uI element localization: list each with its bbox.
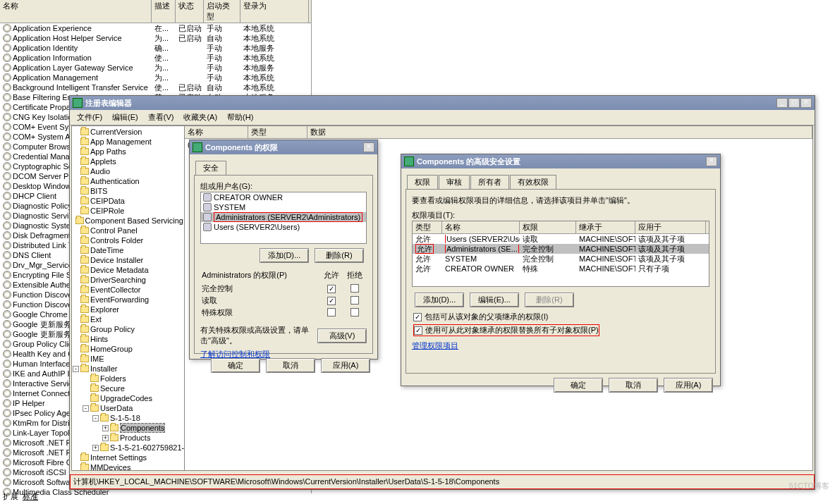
manage-perm-link[interactable]: 管理权限项目 [412, 341, 458, 350]
tree-node[interactable]: -S-1-5-18 [73, 413, 183, 423]
tree-node[interactable]: EventForwarding [73, 295, 183, 305]
registry-tree[interactable]: CurrentVersionApp ManagementApp PathsApp… [72, 126, 185, 470]
tree-node[interactable]: Component Based Servicing [73, 216, 183, 226]
tree-node[interactable]: -UserData [73, 403, 183, 413]
menu-help[interactable]: 帮助(H) [223, 111, 257, 123]
perm-entry-row[interactable]: 允许CREATOR OWNER特殊MACHINE\SOFTWA...只有子项 [413, 264, 709, 273]
adv-apply-button[interactable]: 应用(A) [664, 378, 713, 393]
tree-node[interactable]: CEIPRole [73, 206, 183, 216]
tree-node[interactable]: UpgradeCodes [73, 393, 183, 403]
remove-button[interactable]: 删除(R) [315, 248, 364, 263]
tree-node[interactable]: Folders [73, 374, 183, 383]
services-header-start[interactable]: 启动类型 [204, 0, 240, 23]
adv-ok-button[interactable]: 确定 [554, 378, 603, 393]
minimize-button[interactable]: _ [776, 98, 788, 108]
tree-node[interactable]: +S-1-5-21-602759821-36 [73, 443, 183, 453]
user-item[interactable]: CREATOR OWNER [201, 192, 366, 202]
menu-view[interactable]: 查看(V) [144, 111, 178, 123]
tree-node[interactable]: Applets [73, 156, 183, 166]
user-item[interactable]: Users (SERVER2\Users) [201, 222, 366, 232]
tree-node[interactable]: MMDevices [73, 462, 183, 470]
tree-node[interactable]: Device Metadata [73, 265, 183, 275]
tab-standard[interactable]: 标准 [23, 491, 38, 502]
tree-node[interactable]: Explorer [73, 305, 183, 314]
menu-fav[interactable]: 收藏夹(A) [179, 111, 221, 123]
close-button[interactable]: × [800, 98, 812, 108]
perm-entry-row[interactable]: 允许Users (SERVER2\Users)读取MACHINE\SOFTWA.… [413, 234, 709, 244]
add-button[interactable]: 添加(D)... [260, 248, 309, 263]
adv-cancel-button[interactable]: 取消 [609, 378, 658, 393]
rv-header-type[interactable]: 类型 [248, 126, 307, 138]
tree-node[interactable]: BITS [73, 186, 183, 196]
service-row[interactable]: Background Intelligent Transfer Service使… [0, 82, 311, 92]
adv-add-button[interactable]: 添加(D)... [415, 293, 464, 307]
tree-node[interactable]: CurrentVersion [73, 127, 183, 137]
advsec-close-button[interactable]: × [706, 156, 717, 166]
service-row[interactable]: Application Host Helper Service为...已启动自动… [0, 33, 311, 43]
service-row[interactable]: Application Identity确...手动本地服务 [0, 43, 311, 53]
service-row[interactable]: Application Management为...手动本地系统 [0, 73, 311, 82]
deny-checkbox[interactable] [351, 284, 359, 293]
tree-node[interactable]: HomeGroup [73, 344, 183, 354]
tree-node[interactable]: Internet Settings [73, 453, 183, 462]
tree-node[interactable]: CEIPData [73, 196, 183, 206]
permissions-close-button[interactable]: × [363, 142, 374, 152]
service-row[interactable]: Application Information使...手动本地系统 [0, 53, 311, 63]
tree-node[interactable]: Hints [73, 334, 183, 344]
menu-file[interactable]: 文件(F) [73, 111, 106, 123]
allow-checkbox[interactable]: ✓ [327, 297, 336, 305]
tree-node[interactable]: Group Policy [73, 324, 183, 334]
tree-node[interactable]: App Paths [73, 147, 183, 156]
lvh-apply[interactable]: 应用于 [635, 221, 706, 233]
tab-permissions[interactable]: 权限 [407, 175, 438, 189]
tree-node[interactable]: Audio [73, 166, 183, 176]
perm-entry-row[interactable]: 允许SYSTEM完全控制MACHINE\SOFTWA...该项及其子项 [413, 254, 709, 264]
rv-header-name[interactable]: 名称 [185, 126, 248, 138]
replace-checkbox[interactable]: ✓ [414, 326, 422, 335]
learn-acl-link[interactable]: 了解访问控制和权限 [200, 350, 270, 358]
tree-node[interactable]: Device Installer [73, 255, 183, 265]
tab-extended[interactable]: 扩展 [3, 491, 18, 502]
perm-ok-button[interactable]: 确定 [211, 358, 260, 373]
services-header-logon[interactable]: 登录为 [240, 0, 309, 23]
inherit-checkbox[interactable]: ✓ [413, 313, 422, 321]
tree-node[interactable]: +Components [73, 423, 183, 433]
tree-node[interactable]: IME [73, 354, 183, 364]
allow-checkbox[interactable]: ✓ [327, 285, 336, 293]
menu-edit[interactable]: 编辑(E) [108, 111, 142, 123]
tab-owner[interactable]: 所有者 [470, 175, 509, 189]
tree-node[interactable]: Control Panel [73, 226, 183, 235]
service-row[interactable]: Application Layer Gateway Service为...手动本… [0, 63, 311, 73]
tree-node[interactable]: App Management [73, 137, 183, 147]
rv-header-data[interactable]: 数据 [307, 126, 812, 138]
services-header-state[interactable]: 状态 [176, 0, 204, 23]
lvh-access[interactable]: 权限 [520, 221, 576, 233]
deny-checkbox[interactable] [351, 296, 359, 305]
tree-node[interactable]: DateTime [73, 245, 183, 255]
perm-cancel-button[interactable]: 取消 [266, 358, 315, 373]
tree-node[interactable]: Ext [73, 314, 183, 324]
allow-checkbox[interactable] [327, 308, 336, 316]
tree-node[interactable]: Secure [73, 383, 183, 393]
perm-apply-button[interactable]: 应用(A) [321, 358, 370, 373]
maximize-button[interactable]: □ [788, 98, 800, 108]
deny-checkbox[interactable] [351, 308, 359, 316]
users-listbox[interactable]: CREATOR OWNERSYSTEMAdministrators (SERVE… [200, 192, 367, 244]
perm-entries-list[interactable]: 类型 名称 权限 继承于 应用于 允许Users (SERVER2\Users)… [412, 221, 709, 287]
tree-node[interactable]: -Installer [73, 364, 183, 374]
adv-edit-button[interactable]: 编辑(E)... [470, 293, 519, 307]
tree-node[interactable]: DriverSearching [73, 275, 183, 285]
regedit-title-bar[interactable]: 注册表编辑器 _ □ × [70, 96, 815, 110]
tree-node[interactable]: EventCollector [73, 285, 183, 295]
tree-node[interactable]: Authentication [73, 176, 183, 186]
user-item[interactable]: SYSTEM [201, 202, 366, 212]
advanced-button[interactable]: 高级(V) [317, 328, 367, 343]
services-header-desc[interactable]: 描述 [152, 0, 176, 23]
services-header-name[interactable]: 名称 [0, 0, 152, 23]
lvh-inherit[interactable]: 继承于 [576, 221, 635, 233]
tree-node[interactable]: +Products [73, 433, 183, 443]
tab-effective[interactable]: 有效权限 [510, 175, 556, 189]
perm-entry-row[interactable]: 允许Administrators (SE...完全控制MACHINE\SOFTW… [413, 244, 709, 254]
lvh-name[interactable]: 名称 [442, 221, 520, 233]
user-item[interactable]: Administrators (SERVER2\Administrators) [201, 212, 366, 222]
